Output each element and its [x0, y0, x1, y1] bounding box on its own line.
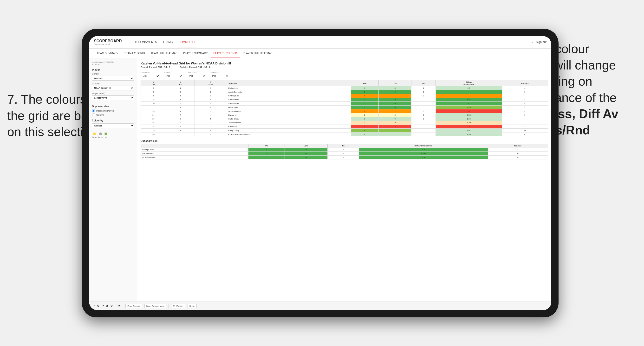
legend-dot-level	[99, 133, 102, 135]
cell-ood-diff: 7.4	[359, 156, 488, 160]
save-custom-view-button[interactable]: Save Custom View	[144, 304, 166, 308]
cell-opponent: Euna Lee	[227, 125, 351, 129]
opponents-filter-select[interactable]: (All)	[140, 74, 160, 78]
table-row: 11 1 2 Heejo Hyun 1 0 0 3.33 3	[141, 106, 548, 109]
cell-rounds: 2	[502, 125, 548, 129]
cell-reg: 2	[166, 125, 195, 129]
table-row: 16 9 1 Jessica Mason 1 2 0 -0.94	[141, 121, 548, 125]
opponents-filter-label: Opponents:	[140, 71, 160, 73]
tablet-device: SCOREBOARD Powered by clippd TOURNAMENTS…	[82, 29, 558, 317]
cell-diff: 3.33	[436, 106, 502, 109]
cell-div: 18	[141, 125, 166, 129]
cell-loss: 2	[379, 121, 412, 125]
cell-conf: 6	[194, 129, 227, 133]
table-row: 13 1 1 Jessica Huang 0 1 0 -3 2	[141, 109, 548, 113]
nav-team-h2h-heatmap[interactable]: TEAM H2H HEATMAP	[148, 49, 180, 57]
redo-icon[interactable]: ↻	[97, 304, 99, 308]
colour-by-select[interactable]: Win/loss	[92, 123, 134, 128]
cell-tie: 0	[412, 94, 436, 98]
player-rank-select[interactable]: 8. Katelyn Vo	[92, 95, 134, 100]
cell-tie: 1	[412, 86, 436, 90]
list-item: NAIA Division 1 15 0 0 9.267 30	[141, 152, 548, 156]
watch-button[interactable]: 👁 Watch ▾	[171, 304, 185, 308]
cell-ood-win: 15	[248, 152, 284, 156]
cell-win: 2	[351, 113, 379, 117]
cell-opponent: Stella Cheng	[227, 117, 351, 121]
overall-record: Overall Record: 353 - 34 - 6	[140, 66, 170, 69]
sign-out-link[interactable]: Sign out	[536, 36, 546, 48]
legend-dot-up	[104, 133, 107, 135]
gender-label: Gender	[92, 73, 134, 75]
cell-win: 0	[351, 125, 379, 129]
division-label: Division	[92, 82, 134, 85]
cell-div: 16	[141, 121, 166, 125]
nav-tournaments[interactable]: TOURNAMENTS	[135, 36, 157, 48]
cell-rounds: 2	[502, 109, 548, 113]
bottom-toolbar: ↩ ↻ ↩ ⧉ ⟳ ⏱ View: Original Save Custom V…	[89, 302, 551, 310]
th-opponent: Opponent	[227, 80, 351, 86]
cell-tie: 0	[412, 106, 436, 109]
nav-player-h2h-grid[interactable]: PLAYER H2H GRID	[211, 49, 240, 57]
refresh-icon[interactable]: ⟳	[110, 304, 113, 308]
table-row: 19 10 6 Emily Chang 4 1 0 0.3 11	[141, 129, 548, 133]
cell-ood-tie: 0	[328, 156, 359, 160]
region-filter-select[interactable]: (All)	[164, 74, 183, 78]
copy-icon[interactable]: ⧉	[106, 304, 108, 308]
division-select[interactable]: NCAA Division III	[92, 86, 134, 90]
top-nav: SCOREBOARD Powered by clippd TOURNAMENTS…	[89, 36, 551, 49]
nav-player-h2h-heatmap[interactable]: PLAYER H2H HEATMAP	[240, 49, 276, 57]
radio-top100[interactable]: Top 100	[92, 113, 134, 116]
radio-opponents-played[interactable]: Opponents Played	[92, 109, 134, 112]
cell-reg: 1	[166, 86, 195, 90]
view-original-button[interactable]: View: Original	[126, 304, 142, 308]
gender-select[interactable]: Women's	[92, 76, 134, 81]
cell-reg: 1	[166, 106, 195, 109]
cell-loss: 1	[379, 94, 412, 98]
top-nav-right: › Sign out	[532, 36, 546, 48]
opponent-view-title: Opponent view	[92, 105, 134, 108]
cell-diff: 4	[436, 102, 502, 106]
th-loss: Loss	[379, 80, 412, 86]
cell-conf: 3	[194, 102, 227, 106]
legend: Down Level Up	[92, 133, 134, 138]
toolbar-divider-1	[115, 304, 115, 309]
legend-label-down: Down	[92, 136, 97, 138]
cell-loss: 0	[379, 98, 412, 102]
nav-player-summary[interactable]: PLAYER SUMMARY	[180, 49, 211, 57]
nav-committee[interactable]: COMMITTEE	[178, 36, 196, 48]
cell-reg: 9	[166, 121, 195, 125]
nav-team-h2h-grid[interactable]: TEAM H2H GRID	[121, 49, 148, 57]
cell-conf: 2	[194, 90, 227, 94]
opponent-filter-select[interactable]: (All)	[210, 74, 229, 78]
conference-filter-select[interactable]: (All)	[187, 74, 206, 78]
th-ood-loss: Loss	[285, 144, 328, 148]
undo-icon[interactable]: ↩	[92, 304, 94, 308]
cell-win: 1	[351, 121, 379, 125]
cell-tie: 0	[412, 133, 436, 136]
logo: SCOREBOARD	[94, 39, 122, 43]
nav-team-summary[interactable]: TEAM SUMMARY	[94, 49, 121, 57]
cell-conf: 7	[194, 133, 227, 136]
table-row: 3 1 1 Esther Lee 1 0 1 1.5 4	[141, 86, 548, 90]
cell-div: 15	[141, 117, 166, 121]
th-ood-opponent	[141, 144, 248, 148]
cell-diff: 0.38	[436, 113, 502, 117]
redo2-icon[interactable]: ↩	[102, 304, 104, 308]
cell-conf: 2	[194, 106, 227, 109]
filters-row: Opponents: (All) Region (All) Conference	[140, 71, 548, 78]
share-button[interactable]: Share	[188, 304, 197, 308]
cell-div: 13	[141, 109, 166, 113]
cell-diff: -1	[436, 94, 502, 98]
timestamp: Last Updated: 27/03/2024 16:55:38	[92, 61, 134, 65]
cell-loss: 1	[379, 109, 412, 113]
cell-win: 2	[351, 133, 379, 136]
cell-rounds: 9	[502, 113, 548, 117]
cell-div: 14	[141, 113, 166, 117]
cell-div: 19	[141, 129, 166, 133]
cell-opponent: Emily Chang	[227, 129, 351, 133]
cell-conf: 4	[194, 98, 227, 102]
cell-diff: 0.3	[436, 129, 502, 133]
table-row: 15 8 5 Stella Cheng 1 0 0 1.25 4	[141, 117, 548, 121]
cell-loss: 1	[379, 133, 412, 136]
nav-teams[interactable]: TEAMS	[163, 36, 172, 48]
